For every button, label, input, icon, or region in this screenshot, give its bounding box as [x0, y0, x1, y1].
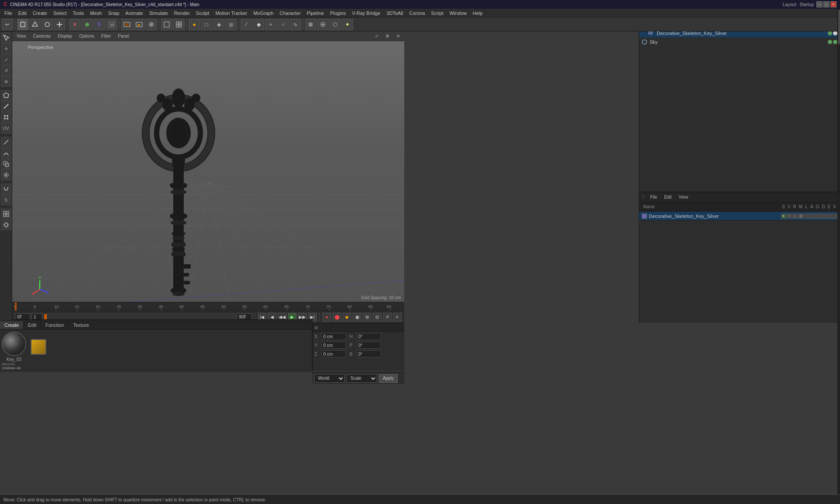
spline-button[interactable]: ∿ [290, 19, 301, 30]
coord-x-input[interactable] [322, 333, 346, 340]
main-scrollbar[interactable] [837, 9, 840, 494]
menu-edit[interactable]: Edit [16, 10, 29, 17]
loop-button[interactable]: ↺ [383, 313, 392, 322]
attr-menu-view[interactable]: View [677, 194, 690, 200]
uv-tool[interactable]: UV [1, 123, 11, 133]
apply-button[interactable]: Apply [379, 374, 398, 383]
attr-extra-button-2[interactable]: · [809, 214, 815, 219]
viewport-menu-filter[interactable]: Filter [99, 33, 112, 39]
coord-b-input[interactable] [357, 350, 381, 357]
menu-vray[interactable]: V-Ray Bridge [350, 10, 383, 17]
key-dot-2[interactable] [833, 31, 837, 35]
del-key-button[interactable]: ⊟ [373, 313, 382, 322]
viewport-menu-cameras[interactable]: Cameras [32, 33, 53, 39]
box-select-button[interactable]: □ [201, 19, 212, 30]
undo-button[interactable]: ↩ [2, 19, 13, 30]
object-mode-button[interactable] [17, 19, 28, 30]
menu-render[interactable]: Render [172, 10, 192, 17]
set-flow-button[interactable]: ≈ [265, 19, 276, 30]
menu-tools[interactable]: Tools [70, 10, 87, 17]
menu-simulate[interactable]: Simulate [147, 10, 171, 17]
menu-script[interactable]: Script [428, 10, 446, 17]
viewport-menu-panel[interactable]: Panel [116, 33, 131, 39]
scrollbar-thumb[interactable] [838, 10, 840, 45]
attr-menu-edit[interactable]: Edit [662, 194, 673, 200]
menu-window[interactable]: Window [447, 10, 469, 17]
restore-button[interactable]: □ [823, 1, 830, 7]
arc-tool[interactable] [1, 148, 11, 158]
menu-corona[interactable]: Corona [406, 10, 427, 17]
coord-z-input[interactable] [322, 350, 346, 357]
render-settings-button[interactable] [146, 19, 157, 30]
menu-mesh[interactable]: Mesh [88, 10, 105, 17]
rotate-tool-button[interactable]: ↻ [94, 19, 105, 30]
add-button[interactable] [54, 19, 65, 30]
attr-menu-file[interactable]: File [648, 194, 659, 200]
loop-select-button[interactable]: ○ [277, 19, 289, 30]
bezier-select-button[interactable]: ◈ [213, 19, 224, 30]
move-tool[interactable]: ✛ [1, 43, 11, 54]
viewport-expand[interactable]: ⤢ [373, 33, 380, 39]
polygon-object-button[interactable] [29, 19, 41, 30]
grid-tool[interactable] [1, 209, 11, 219]
key-button[interactable]: ◆ [343, 313, 351, 322]
attr-extra-button-3[interactable]: · [815, 214, 820, 219]
move-tool-button[interactable]: ✕ [69, 19, 80, 30]
line-tool[interactable] [1, 137, 11, 147]
timeline-svg[interactable]: 0 5 10 15 20 25 30 35 40 45 50 55 60 [12, 302, 404, 311]
motion-clip-button[interactable]: ▣ [353, 313, 361, 322]
menu-select[interactable]: Select [51, 10, 70, 17]
spline-pen-tool[interactable]: S [1, 195, 11, 205]
coord-y-input[interactable] [322, 342, 346, 349]
timeline-list-button[interactable]: ≡ [393, 313, 402, 322]
nurbs-button[interactable] [42, 19, 53, 30]
viewport-canvas[interactable]: Grid Spacing: 10 cm X Y Z [12, 41, 404, 302]
coord-h-input[interactable] [357, 333, 381, 340]
render-region-button[interactable] [121, 19, 133, 30]
fill-select-button[interactable]: ◆ [253, 19, 264, 30]
add-key-button[interactable]: ⊞ [363, 313, 371, 322]
menu-motion-tracker[interactable]: Motion Tracker [213, 10, 250, 17]
viewport-menu-view[interactable]: View [15, 33, 28, 39]
material-left-tool[interactable] [1, 220, 11, 230]
attr-solo-button[interactable]: ◎ [798, 214, 803, 219]
axis-tool[interactable]: ⊕ [1, 76, 11, 87]
menu-snap[interactable]: Snap [105, 10, 122, 17]
light-button[interactable]: ✦ [342, 19, 353, 30]
attr-extra-button-6[interactable]: · [832, 214, 837, 219]
scale-tool-button[interactable]: ⊕ [81, 19, 93, 30]
viewport-menu-options[interactable]: Options [77, 33, 96, 39]
menu-animate[interactable]: Animate [123, 10, 146, 17]
menu-mograph[interactable]: MoGraph [251, 10, 276, 17]
attr-lock-button[interactable]: | [792, 214, 798, 219]
menu-character[interactable]: Character [277, 10, 303, 17]
object-row-sky[interactable]: Sky [639, 38, 840, 46]
auto-key-button[interactable]: ⬤ [332, 313, 341, 322]
lasso-select-button[interactable]: ◎ [225, 19, 237, 30]
attr-extra-button-4[interactable]: · [821, 214, 826, 219]
attr-extra-button-1[interactable]: · [804, 214, 809, 219]
key-dot-1[interactable] [828, 31, 832, 35]
scale-select[interactable]: Scale [346, 374, 377, 383]
viewport-settings[interactable]: ⚙ [384, 33, 391, 39]
material-tab-function[interactable]: Function [41, 321, 69, 329]
menu-pipeline[interactable]: Pipeline [304, 10, 326, 17]
attr-row-key[interactable]: Decorative_Skeleton_Key_Silver ● □ | ◎ ·… [639, 212, 840, 220]
sculpt-tool[interactable] [1, 170, 11, 180]
material-tab-texture[interactable]: Texture [69, 321, 94, 329]
scale-left-tool[interactable]: ⤢ [1, 54, 11, 65]
polygon-tool[interactable] [1, 90, 11, 101]
sky-dot-2[interactable] [833, 40, 837, 44]
menu-file[interactable]: File [2, 10, 15, 17]
close-button[interactable]: ✕ [830, 1, 836, 7]
menu-sculpt[interactable]: Sculpt [193, 10, 212, 17]
edge-tool[interactable] [1, 101, 11, 112]
viewport-close[interactable]: ✕ [395, 33, 402, 39]
point-tool[interactable] [1, 112, 11, 122]
menu-create[interactable]: Create [30, 10, 50, 17]
snap-button[interactable]: ⊠ [305, 19, 316, 30]
knife-button[interactable]: ∕ [241, 19, 252, 30]
magnet-tool[interactable] [1, 184, 11, 194]
single-view-button[interactable] [161, 19, 172, 30]
minimize-button[interactable]: ─ [816, 1, 822, 7]
